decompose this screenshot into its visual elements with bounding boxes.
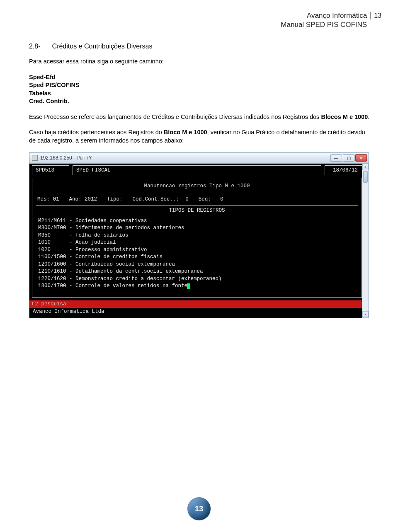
terminal-footer-company: Avanco Informatica Ltda [32,308,366,316]
maximize-button[interactable]: ▢ [343,154,354,162]
page-number-top: 13 [370,12,381,19]
navigation-path: Sped-Efd Sped PIS/COFINS Tabelas Cred. C… [29,73,373,106]
fields-row: Mes: 01 Ano: 2012 Tipo: Cod.Cont.Soc..: … [36,196,358,206]
terminal-main-title: Manutencao registros Tipo M e 1000 [36,183,358,189]
header-date: 18/06/12 [325,165,366,175]
app-icon [32,155,38,161]
path-line: Cred. Contrib. [29,97,373,106]
page-header: Avanço Informática Manual SPED PIS COFIN… [281,12,381,29]
window-titlebar[interactable]: 192.168.0.250 - PuTTY — ▢ ✕ [29,153,369,164]
header-label: SPED FISCAL [73,165,321,175]
brand-name: Avanço Informática [281,12,367,20]
path-line: Tabelas [29,89,373,98]
path-line: Sped-Efd [29,73,373,82]
list-item: M350 - Folha de salarios [38,232,356,239]
vertical-scrollbar[interactable]: ▴ ▾ [362,164,369,318]
body-paragraph-2: Caso haja créditos pertencentes aos Regi… [29,128,373,145]
registry-list: M211/M611 - Sociedades cooperativas M300… [36,216,358,294]
section-heading: 2.8- Créditos e Contribuições Diversas [29,43,373,50]
registry-heading: TIPOS DE REGISTROS [36,206,358,216]
manual-title: Manual SPED PIS COFINS [281,21,367,29]
section-title: Créditos e Contribuições Diversas [52,43,373,50]
list-item: 1200/1600 - Contribuicao social extempor… [38,261,356,268]
list-item: 1100/1500 - Controle de creditos fiscais [38,254,356,261]
list-item: 1210/1610 - Detalhamento da contr.social… [38,268,356,276]
body-paragraph-1: Esse Processo se refere aos lançamentos … [29,113,373,121]
close-button[interactable]: ✕ [355,154,367,162]
scrollbar-thumb[interactable] [363,171,368,183]
cursor-icon [187,283,190,289]
terminal-body: SPD513 SPED FISCAL 18/06/12 Manutencao r… [29,164,369,318]
header-code: SPD513 [32,165,69,175]
terminal-footer-message: F2 pesquisa [29,300,362,308]
intro-paragraph: Para acessar essa rotina siga o seguinte… [29,58,373,66]
list-item: 1300/1700 - Controle de valores retidos … [38,283,356,290]
main-terminal-box: Manutencao registros Tipo M e 1000 Mes: … [32,178,362,298]
page-number-badge: 13 [187,497,211,520]
minimize-button[interactable]: — [330,154,342,162]
scroll-down-icon[interactable]: ▾ [362,311,369,318]
list-item: 1220/1620 - Demonstracao credito a desco… [38,276,356,283]
terminal-window: 192.168.0.250 - PuTTY — ▢ ✕ ▴ ▾ SPD513 S… [29,152,369,318]
list-item: M211/M611 - Sociedades cooperativas [38,218,356,225]
list-item: 1010 - Acao judicial [38,239,356,247]
section-number: 2.8- [29,43,41,50]
scroll-up-icon[interactable]: ▴ [362,164,369,170]
list-item: 1020 - Processo administrativo [38,247,356,254]
window-title: 192.168.0.250 - PuTTY [40,155,330,161]
list-item: M300/M700 - Diferimentos de periodos ant… [38,225,356,232]
path-line: Sped PIS/COFINS [29,81,373,89]
